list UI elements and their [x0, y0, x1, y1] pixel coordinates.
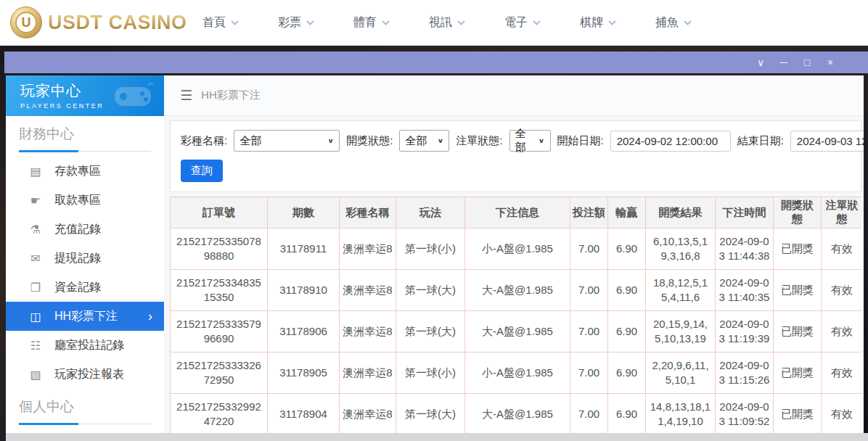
sidebar: 玩家中心 PLAYERS CENTER 財務中心 ▤ 存款專區 [6, 75, 164, 433]
sidebar-menu-item[interactable]: ◫ HH彩票下注 › [6, 302, 164, 331]
cell-order-status: 有效 [822, 353, 862, 394]
cell-order-status: 有效 [822, 311, 862, 353]
sidebar-menu-item[interactable]: ☛ 取款專區 [19, 186, 151, 215]
sidebar-menu-item-label: 廳室投註記錄 [54, 338, 124, 353]
nav-item[interactable]: 棋牌 [560, 15, 636, 30]
cell-bet-info: 大-A盤@1.985 [465, 270, 570, 311]
cell-bet-amount: 7.00 [570, 228, 608, 270]
logo-letter: U [15, 12, 37, 33]
cell-win-loss: 6.90 [608, 353, 646, 394]
nav-item[interactable]: 電子 [485, 15, 560, 30]
sidebar-menu-item-label: HH彩票下注 [54, 309, 118, 324]
table-row: 2152172533507898880 31178911 澳洲幸运8 第一球(小… [171, 228, 862, 270]
room-bet-records-list-icon: ☷ [28, 339, 44, 353]
chevron-down-icon [306, 20, 314, 25]
bets-table-card: 訂單號 期數 彩種名稱 玩法 下注信息 投注額 輸贏 [170, 197, 861, 433]
sidebar-menu-item-label: 取款專區 [54, 193, 101, 208]
cell-lottery-name: 澳洲幸运8 [340, 311, 396, 353]
table-column-header: 注單狀態 [822, 197, 862, 228]
nav-item[interactable]: 彩票 [258, 15, 334, 30]
table-row: 2152172533357996690 31178906 澳洲幸运8 第一球(大… [171, 311, 862, 353]
lottery-name-label: 彩種名稱: [181, 134, 227, 148]
cell-order-number: 2152172533299247220 [171, 394, 268, 434]
chevron-down-icon [457, 20, 465, 25]
site-header: U USDT CASINO 首頁 彩票 體育 視訊 [0, 0, 868, 46]
cell-bet-amount: 7.00 [570, 270, 608, 311]
cell-bet-time: 2024-09-03 11:44:38 [716, 228, 774, 270]
sidebar-menu-item[interactable]: ⚗ 充值記錄 [19, 215, 151, 244]
nav-item-label: 電子 [504, 15, 528, 30]
sidebar-menu-item[interactable]: ❒ 資金記錄 [19, 273, 151, 302]
site-logo: U USDT CASINO [10, 7, 187, 38]
order-status-label: 注單狀態: [456, 134, 502, 148]
nav-item-label: 視訊 [429, 15, 452, 30]
nav-item[interactable]: 體育 [334, 15, 409, 30]
lottery-bets-book-icon: ◫ [28, 310, 44, 323]
query-button[interactable]: 查詢 [181, 160, 223, 182]
close-button[interactable]: × [819, 57, 842, 68]
deposit-card-icon: ▤ [28, 165, 44, 178]
table-column-header: 投注額 [570, 197, 608, 228]
cell-play-type: 第一球(大) [396, 270, 465, 311]
cell-bet-amount: 7.00 [570, 353, 608, 394]
sidebar-menu-item-label: 存款專區 [54, 164, 101, 179]
table-column-header: 玩法 [396, 197, 465, 228]
gamepad-icon [112, 81, 154, 110]
sidebar-section: 個人中心 ● 消息公告 [6, 397, 164, 433]
nav-item-label: 首頁 [202, 15, 226, 30]
hamburger-menu-icon[interactable]: ☰ [180, 87, 192, 104]
main-content: ☰ HH彩票下注 彩種名稱: 全部 ∨ 開獎狀態: 全部 ∨ 注單狀態: 全部 … [164, 75, 864, 433]
chevron-down-icon: ∨ [437, 137, 443, 144]
bets-table: 訂單號 期數 彩種名稱 玩法 下注信息 投注額 輸贏 [170, 197, 861, 433]
lottery-name-select[interactable]: 全部 ∨ [234, 130, 340, 152]
start-date-input[interactable] [610, 131, 731, 152]
chevron-down-icon: ∨ [539, 137, 545, 144]
cell-win-loss: 6.90 [608, 228, 646, 270]
cell-win-loss: 6.90 [608, 311, 646, 353]
chevron-down-icon [533, 20, 541, 25]
window-bottom-edge [6, 433, 868, 441]
sidebar-menu-item[interactable]: ✉ 提現記錄 [19, 244, 151, 273]
nav-item[interactable]: 視訊 [409, 15, 485, 30]
maximize-button[interactable]: □ [795, 57, 819, 68]
cell-draw-result: 2,20,9,6,11,5,10,1 [646, 353, 716, 394]
sidebar-menu-item[interactable]: ▤ 存款專區 [19, 157, 151, 186]
nav-item[interactable]: 捕魚 [636, 15, 711, 30]
sidebar-menu-item-label: 資金記錄 [54, 280, 101, 295]
cell-bet-time: 2024-09-03 11:09:52 [716, 394, 774, 434]
sidebar-menu-item-label: 提現記錄 [54, 251, 101, 266]
cell-bet-time: 2024-09-03 11:19:39 [716, 311, 774, 353]
withdrawal-record-wallet-icon: ✉ [28, 252, 44, 265]
page-title: HH彩票下注 [201, 88, 261, 102]
cell-bet-info: 大-A盤@1.985 [465, 394, 570, 434]
table-column-header: 下注信息 [465, 197, 570, 228]
collapse-button[interactable]: ∨ [749, 57, 772, 68]
cell-bet-amount: 7.00 [570, 311, 608, 353]
cell-play-type: 第一球(大) [396, 311, 465, 353]
chevron-down-icon [608, 20, 616, 25]
cell-order-status: 有效 [822, 228, 862, 270]
logo-ball-icon: U [10, 7, 42, 38]
filter-row: 彩種名稱: 全部 ∨ 開獎狀態: 全部 ∨ 注單狀態: 全部 ∨ 開始日期: 結… [181, 130, 851, 152]
table-column-header: 訂單號 [171, 197, 268, 228]
chevron-down-icon [231, 20, 239, 25]
sidebar-menu-item[interactable]: ☷ 廳室投註記錄 [19, 331, 151, 360]
cell-draw-result: 14,8,13,18,11,4,19,10 [646, 394, 716, 434]
nav-item-label: 體育 [353, 15, 377, 30]
cell-draw-status: 已開獎 [774, 394, 822, 434]
sidebar-menu-item[interactable]: ▧ 玩家投注報表 [19, 360, 151, 389]
sidebar-menu-item-label: 充值記錄 [54, 222, 101, 237]
window-controls: ∨ ─ □ × [749, 57, 842, 68]
breadcrumb: ☰ HH彩票下注 [164, 75, 864, 116]
draw-status-label: 開獎狀態: [346, 134, 393, 148]
cell-draw-status: 已開獎 [774, 353, 822, 394]
table-row: 2152172533332672950 31178905 澳洲幸运8 第一球(小… [171, 353, 862, 394]
nav-item[interactable]: 首頁 [183, 15, 258, 30]
cell-period: 31178906 [268, 311, 340, 353]
end-date-input[interactable] [790, 131, 864, 152]
cell-draw-status: 已開獎 [774, 311, 822, 353]
minimize-button[interactable]: ─ [772, 57, 795, 68]
draw-status-select[interactable]: 全部 ∨ [399, 130, 449, 152]
cell-draw-result: 6,10,13,5,19,3,16,8 [646, 228, 716, 270]
order-status-select[interactable]: 全部 ∨ [509, 130, 551, 152]
